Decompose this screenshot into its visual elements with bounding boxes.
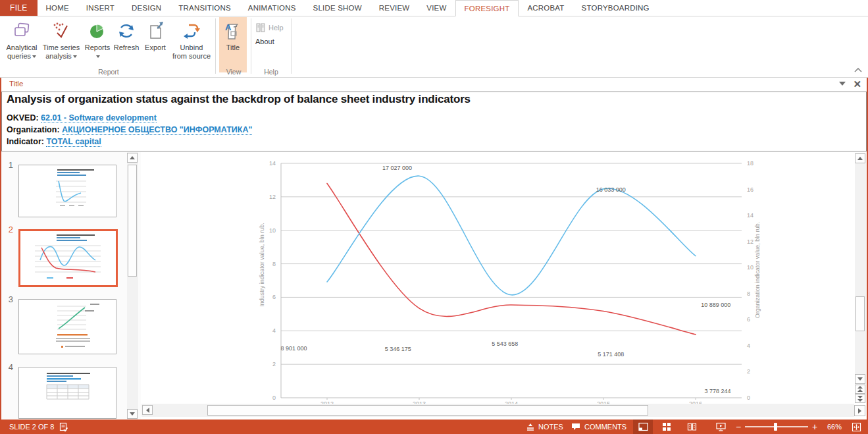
tab-slide-show[interactable]: SLIDE SHOW — [305, 0, 370, 16]
thumbnail-chart — [19, 165, 116, 217]
timeseries-label-2: analysis — [45, 52, 72, 60]
time-series-analysis-button[interactable]: Time series analysis — [41, 17, 82, 72]
zoom-slider[interactable] — [745, 420, 808, 434]
pane-dropdown-icon[interactable] — [839, 82, 846, 86]
zoom-slider-track[interactable] — [745, 426, 808, 427]
tab-design[interactable]: DESIGN — [123, 0, 170, 16]
scroll-right-button[interactable] — [854, 405, 865, 416]
analytical-queries-button[interactable]: Analytical queries — [3, 17, 41, 72]
fit-to-window-icon — [852, 422, 861, 432]
thumbnail-chart — [20, 231, 116, 285]
zoom-in-button[interactable]: + — [812, 420, 817, 434]
scroll-down-button[interactable] — [127, 409, 138, 419]
help-button[interactable]: Help — [255, 22, 284, 33]
title-button[interactable]: A Title — [219, 17, 247, 72]
svg-text:6: 6 — [747, 316, 750, 323]
svg-text:14: 14 — [747, 212, 753, 219]
scrollbar-thumb[interactable] — [855, 296, 865, 331]
export-button[interactable]: Export — [141, 17, 170, 72]
scrollbar-thumb[interactable] — [207, 405, 648, 416]
series-left — [327, 184, 696, 335]
svg-text:8: 8 — [747, 290, 750, 297]
tab-view[interactable]: VIEW — [418, 0, 455, 16]
fit-slide-to-window-button[interactable] — [852, 420, 861, 434]
title-pane-header: Title ✕ — [1, 78, 867, 92]
scroll-left-button[interactable] — [142, 405, 153, 415]
svg-text:Industry indicator value, bln: Industry indicator value, bln rub. — [259, 223, 265, 307]
previous-slide-button[interactable] — [855, 385, 865, 394]
slide-chart-object[interactable]: 0246810121402468101214161820122013201420… — [247, 153, 767, 404]
scroll-up-button[interactable] — [127, 153, 138, 163]
organization-link[interactable]: АКЦИОНЕРНОЕ ОБЩЕСТВО "ИНФОРМАТИКА" — [62, 125, 252, 135]
export-icon — [145, 20, 166, 41]
about-button[interactable]: About — [255, 38, 274, 45]
okved-label: OKVED: — [7, 113, 39, 122]
ribbon: Analytical queries Time series analysis … — [0, 16, 868, 78]
comments-button[interactable]: COMMENTS — [571, 420, 626, 434]
notes-button[interactable]: NOTES — [526, 420, 563, 434]
collapse-ribbon-icon[interactable] — [854, 67, 863, 74]
horizontal-scrollbar[interactable] — [141, 404, 854, 417]
vertical-scrollbar[interactable] — [855, 153, 866, 403]
indicator-link[interactable]: TOTAL capital — [46, 137, 101, 147]
tab-foresight[interactable]: FORESIGHT — [455, 0, 519, 16]
reading-view-button[interactable] — [682, 420, 702, 434]
tab-storyboarding[interactable]: STORYBOARDING — [573, 0, 658, 16]
zoom-level[interactable]: 66% — [827, 420, 842, 434]
tab-review[interactable]: REVIEW — [370, 0, 419, 16]
thumbnail-number: 2 — [4, 225, 13, 234]
svg-text:16 033 000: 16 033 000 — [596, 186, 626, 193]
slide-thumbnail-1[interactable] — [18, 165, 116, 217]
title-icon: A — [222, 20, 243, 41]
time-series-icon — [51, 20, 72, 41]
reports-button[interactable]: Reports — [83, 17, 112, 72]
scroll-up-button[interactable] — [855, 153, 865, 163]
slide-thumbnails-pane: 1 2 3 — [1, 152, 141, 420]
slide-sorter-view-button[interactable] — [657, 420, 677, 434]
dropdown-caret-icon — [32, 55, 36, 58]
organization-label: Organization: — [7, 125, 60, 134]
svg-text:6: 6 — [272, 294, 276, 300]
unbind-from-source-button[interactable]: Unbind from source — [170, 17, 213, 72]
refresh-button[interactable]: Refresh — [112, 17, 141, 72]
tab-insert[interactable]: INSERT — [78, 0, 123, 16]
slide-show-icon — [716, 422, 726, 431]
slide-show-button[interactable] — [711, 420, 730, 434]
pane-close-icon[interactable]: ✕ — [853, 78, 861, 90]
slide-title-heading: Analysis of organization status against … — [7, 93, 861, 106]
svg-text:17 027 000: 17 027 000 — [382, 165, 412, 171]
scroll-down-button[interactable] — [855, 374, 865, 384]
svg-text:4: 4 — [272, 327, 276, 334]
scrollbar-thumb[interactable] — [128, 165, 137, 277]
okved-link[interactable]: 62.01 - Software development — [41, 113, 157, 123]
zoom-level-label: 66% — [827, 423, 842, 431]
analytical-label-2: queries — [7, 52, 31, 60]
svg-text:0: 0 — [747, 394, 750, 401]
svg-text:8 901 000: 8 901 000 — [281, 345, 307, 352]
slide-counter: SLIDE 2 OF 8 — [9, 420, 54, 434]
comments-label: COMMENTS — [584, 423, 626, 431]
spell-check-button[interactable] — [59, 420, 68, 434]
slide-thumbnail-3[interactable] — [18, 299, 116, 354]
group-label-help: Help — [251, 68, 291, 76]
zoom-out-button[interactable]: − — [736, 420, 741, 434]
next-slide-button[interactable] — [855, 394, 865, 403]
tab-animations[interactable]: ANIMATIONS — [240, 0, 305, 16]
zoom-slider-thumb[interactable] — [774, 423, 777, 431]
unbind-icon — [181, 20, 202, 41]
group-separator — [291, 18, 292, 74]
thumbnails-scrollbar[interactable] — [127, 152, 138, 420]
group-separator — [215, 18, 216, 74]
powerpoint-window: FILE HOME INSERT DESIGN TRANSITIONS ANIM… — [0, 0, 868, 434]
tab-transitions[interactable]: TRANSITIONS — [170, 0, 240, 16]
reading-view-icon — [687, 422, 697, 431]
slide-thumbnail-4[interactable] — [18, 367, 116, 419]
tab-file[interactable]: FILE — [0, 0, 38, 16]
svg-text:10 889 000: 10 889 000 — [701, 302, 730, 308]
normal-view-button[interactable] — [633, 420, 653, 434]
dropdown-caret-icon — [96, 55, 100, 58]
tab-home[interactable]: HOME — [38, 0, 78, 16]
tab-acrobat[interactable]: ACROBAT — [519, 0, 573, 16]
foresight-title-pane: Title ✕ Analysis of organization status … — [1, 78, 867, 152]
slide-thumbnail-2-selected[interactable] — [18, 229, 118, 287]
